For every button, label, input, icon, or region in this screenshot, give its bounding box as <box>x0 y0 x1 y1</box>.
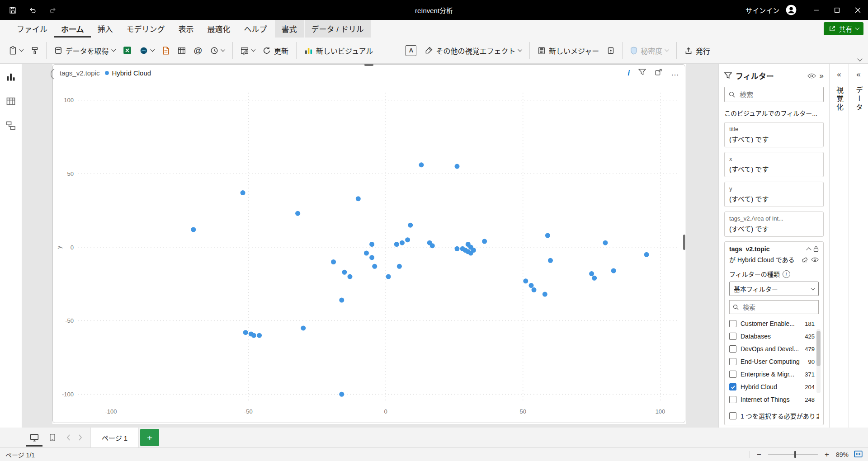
filter-value-row[interactable]: Databases425 <box>729 330 819 343</box>
scatter-point[interactable] <box>408 223 413 228</box>
scatter-point[interactable] <box>372 264 377 269</box>
scatter-point[interactable] <box>468 251 473 256</box>
scatter-point[interactable] <box>548 258 553 263</box>
report-view-button[interactable] <box>5 71 17 83</box>
filter-card[interactable]: title(すべて) です <box>724 122 824 147</box>
info-icon[interactable]: i <box>628 69 630 77</box>
transform-data-button[interactable] <box>237 43 259 58</box>
scatter-point[interactable] <box>611 268 616 273</box>
value-search-input[interactable] <box>742 303 815 311</box>
more-options-icon[interactable]: … <box>671 68 679 78</box>
maximize-button[interactable] <box>826 0 847 20</box>
ribbon-tab[interactable]: モデリング <box>120 20 172 38</box>
filter-card[interactable]: tags_v2.Area of Int...(すべて) です <box>724 212 824 237</box>
scatter-point[interactable] <box>400 240 405 245</box>
ribbon-tab[interactable]: 表示 <box>172 20 201 38</box>
collapse-ribbon-icon[interactable] <box>857 56 862 61</box>
data-rail-label[interactable]: データ <box>853 86 864 112</box>
close-button[interactable] <box>847 0 868 20</box>
scatter-point[interactable] <box>348 274 353 279</box>
scatter-point[interactable] <box>369 255 374 260</box>
scatter-point[interactable] <box>532 287 537 292</box>
undo-button[interactable] <box>24 2 41 18</box>
filter-card[interactable]: x(すべて) です <box>724 152 824 177</box>
scatter-point[interactable] <box>339 298 344 303</box>
scatter-point[interactable] <box>545 233 550 238</box>
report-page[interactable]: tags_v2.topic Hybrid Cloud i … <box>52 64 686 424</box>
new-visual-button[interactable]: 新しいビジュアル <box>301 42 377 59</box>
avatar[interactable] <box>785 4 797 16</box>
report-canvas[interactable]: tags_v2.topic Hybrid Cloud i … <box>22 64 718 428</box>
scatter-point[interactable] <box>455 164 460 169</box>
scatter-point[interactable] <box>364 251 369 256</box>
eye-icon[interactable] <box>807 73 816 79</box>
scatter-point[interactable] <box>592 276 597 281</box>
scatter-point[interactable] <box>529 283 534 288</box>
visualizations-rail-label[interactable]: 視覚化 <box>834 86 844 112</box>
fit-to-page-icon[interactable] <box>854 450 863 459</box>
checkbox[interactable] <box>729 371 736 378</box>
checkbox[interactable] <box>729 396 736 403</box>
scatter-point[interactable] <box>589 271 594 276</box>
scatter-point[interactable] <box>430 243 435 248</box>
save-button[interactable] <box>5 2 21 18</box>
checkbox[interactable] <box>729 345 736 353</box>
model-view-button[interactable] <box>5 120 17 132</box>
recent-sources-button[interactable] <box>207 43 228 58</box>
scatter-point[interactable] <box>369 242 374 247</box>
checkbox[interactable] <box>729 412 736 419</box>
filter-card[interactable]: y(すべて) です <box>724 182 824 207</box>
scatter-point[interactable] <box>243 330 248 335</box>
zoom-out-button[interactable]: − <box>755 450 763 459</box>
scatter-point[interactable] <box>419 162 424 167</box>
ribbon-tab[interactable]: ファイル <box>10 20 54 38</box>
paste-button[interactable] <box>5 43 27 58</box>
scatter-visual[interactable]: tags_v2.topic Hybrid Cloud i … <box>52 64 685 423</box>
canvas-horizontal-scrollbar[interactable] <box>364 64 373 66</box>
ribbon-tab[interactable]: データ / ドリル <box>305 20 371 38</box>
share-button[interactable]: 共有 <box>824 22 863 35</box>
publish-button[interactable]: 発行 <box>681 42 714 59</box>
scatter-chart[interactable]: -100-50050100-100-50050100y <box>53 65 686 423</box>
scatter-point[interactable] <box>644 252 649 257</box>
scatter-point[interactable] <box>603 240 608 245</box>
lock-icon[interactable] <box>813 246 819 252</box>
mobile-view-button[interactable] <box>44 428 61 447</box>
filter-search-input[interactable] <box>739 90 819 99</box>
previous-page-icon[interactable] <box>62 428 74 447</box>
filter-card-active[interactable]: tags_v2.topic が Hybrid Cloud である <box>724 241 824 425</box>
excel-workbook-button[interactable] <box>119 43 135 58</box>
signin-link[interactable]: サインイン <box>745 5 779 15</box>
format-painter-button[interactable] <box>28 43 42 58</box>
value-search-box[interactable] <box>729 300 819 314</box>
scatter-point[interactable] <box>331 259 336 264</box>
eye-icon[interactable] <box>811 257 819 262</box>
scatter-point[interactable] <box>356 196 361 201</box>
expand-visualizations-icon[interactable]: « <box>837 70 841 79</box>
scatter-point[interactable] <box>523 278 528 283</box>
sensitivity-button[interactable]: 秘密度 <box>627 42 672 59</box>
canvas-vertical-scrollbar[interactable] <box>683 235 685 250</box>
legend-item[interactable]: Hybrid Cloud <box>112 69 151 77</box>
filter-value-row[interactable]: End-User Computing90 <box>729 355 819 368</box>
get-data-button[interactable]: データを取得 <box>51 42 119 59</box>
filter-value-row[interactable]: Customer Enable...181 <box>729 317 819 330</box>
filter-search-box[interactable] <box>724 87 824 102</box>
checkbox[interactable] <box>729 383 736 390</box>
redo-button[interactable] <box>44 2 61 18</box>
scatter-point[interactable] <box>542 292 547 297</box>
page-tab[interactable]: ページ 1 <box>90 428 139 447</box>
scatter-point[interactable] <box>482 239 487 244</box>
checkbox[interactable] <box>729 320 736 327</box>
zoom-slider-thumb[interactable] <box>794 451 796 458</box>
enter-data-button[interactable] <box>174 43 189 58</box>
text-box-button[interactable]: A <box>402 42 420 59</box>
scatter-point[interactable] <box>397 264 402 269</box>
scatter-point[interactable] <box>455 246 460 251</box>
collapse-pane-icon[interactable]: » <box>820 71 824 80</box>
eraser-icon[interactable] <box>802 256 808 263</box>
desktop-view-button[interactable] <box>26 428 42 447</box>
dataverse-button[interactable]: @ <box>190 42 206 59</box>
scatter-point[interactable] <box>405 237 410 242</box>
scatter-point[interactable] <box>301 325 306 330</box>
